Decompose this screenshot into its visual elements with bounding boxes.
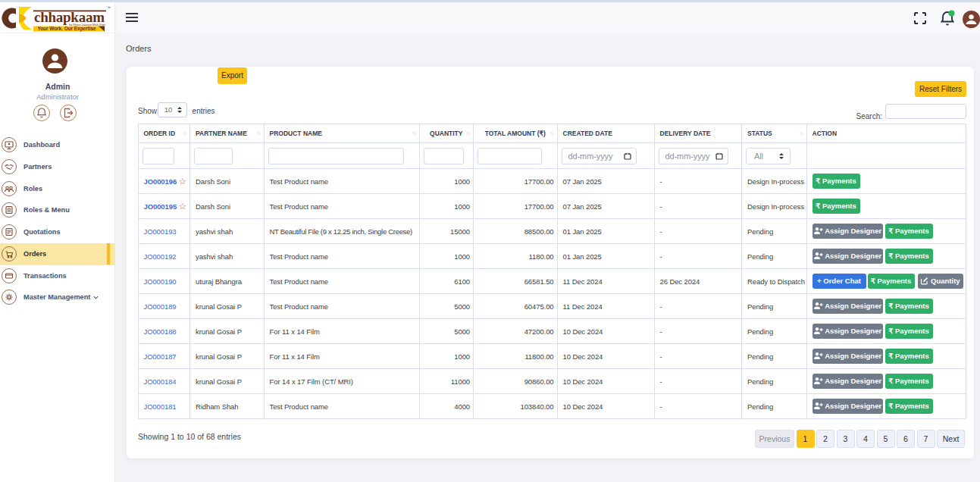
svg-text:Your Work. Our Expertise: Your Work. Our Expertise [37, 26, 96, 32]
svg-text:™: ™ [107, 5, 111, 10]
